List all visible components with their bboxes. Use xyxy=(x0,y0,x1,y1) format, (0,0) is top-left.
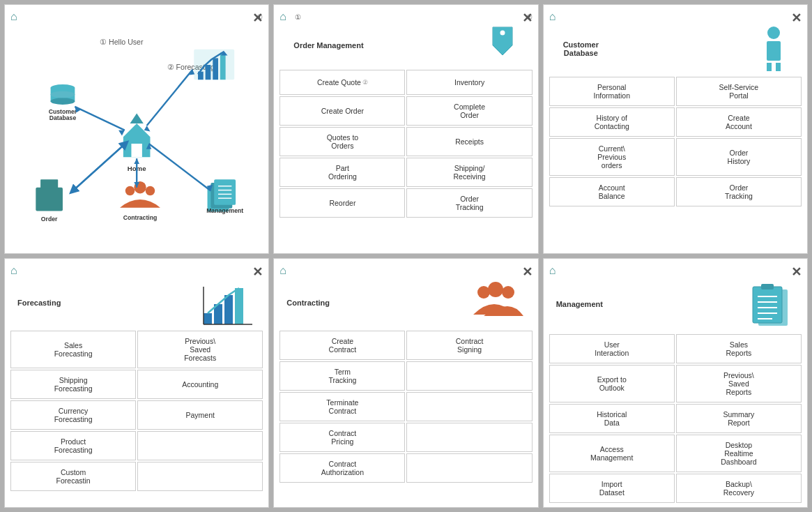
menu-order-tracking-customer[interactable]: OrderTracking xyxy=(676,177,802,206)
order-title: Order Management xyxy=(293,41,363,50)
menu-saved-reports[interactable]: Previous\SavedReports xyxy=(676,365,802,402)
nav-diagram: ① Hello User ② Forecasting Home Order Ma xyxy=(10,26,263,221)
close-icon-6[interactable]: ✕ xyxy=(791,264,802,280)
svg-rect-13 xyxy=(40,179,58,189)
menu-part-ordering[interactable]: PartOrdering xyxy=(279,158,405,187)
menu-account-balance[interactable]: AccountBalance xyxy=(549,177,675,206)
menu-history-contacting[interactable]: History ofContacting xyxy=(549,107,675,137)
svg-rect-67 xyxy=(753,287,782,323)
svg-line-39 xyxy=(149,144,211,191)
home-icon-4: ⌂ xyxy=(10,264,17,277)
contracting-menu-grid: CreateContract ContractSigning TermTrack… xyxy=(279,331,532,483)
svg-marker-9 xyxy=(130,114,144,123)
menu-contracting-empty3 xyxy=(406,423,532,452)
contracting-panel: ⌂ ✕ Contracting CreateContract ContractS… xyxy=(273,258,538,508)
menu-inventory[interactable]: Inventory xyxy=(406,70,532,95)
svg-text:Order: Order xyxy=(41,216,58,221)
menu-quotes-to-orders[interactable]: Quotes toOrders xyxy=(279,127,405,156)
menu-order-history[interactable]: OrderHistory xyxy=(676,138,802,176)
svg-point-18 xyxy=(146,186,155,196)
menu-product-forecasting[interactable]: ProductForecasting xyxy=(10,431,136,460)
menu-export-outlook[interactable]: Export toOutlook xyxy=(549,365,675,402)
contracting-people-icon xyxy=(466,280,526,325)
menu-sales-forecasting[interactable]: SalesForecasting xyxy=(10,331,136,368)
management-clipboard-icon xyxy=(746,280,795,329)
customer-title: CustomerDatabase xyxy=(563,40,599,57)
menu-order-tracking[interactable]: OrderTracking xyxy=(406,188,532,218)
svg-line-42 xyxy=(75,107,124,130)
customer-menu-grid: PersonalInformation Self-ServicePortal H… xyxy=(549,77,802,206)
menu-shipping-receiving[interactable]: Shipping/Receiving xyxy=(406,158,532,187)
order-menu-grid: Create Quote ② Inventory Create Order Co… xyxy=(279,70,532,218)
menu-contract-pricing[interactable]: ContractPricing xyxy=(279,423,405,452)
menu-summary-report[interactable]: SummaryReport xyxy=(676,404,802,433)
menu-personal-info[interactable]: PersonalInformation xyxy=(549,77,675,106)
svg-point-51 xyxy=(500,31,505,36)
home-icon-5: ⌂ xyxy=(279,264,286,277)
menu-contract-authorization[interactable]: ContractAuthorization xyxy=(279,453,405,483)
menu-historical-data[interactable]: HistoricalData xyxy=(549,404,675,433)
menu-access-management[interactable]: AccessManagement xyxy=(549,435,675,472)
management-title: Management xyxy=(556,300,603,308)
menu-terminate-contract[interactable]: TerminateContract xyxy=(279,392,405,421)
order-panel: ⌂ ① ② ✕ Order Management Create Quote ② … xyxy=(273,4,538,254)
close-icon-5[interactable]: ✕ xyxy=(522,264,533,280)
svg-rect-12 xyxy=(36,188,63,211)
menu-payment[interactable]: Payment xyxy=(137,400,263,430)
menu-custom-forecasting[interactable]: CustomForecastin xyxy=(10,462,136,491)
management-menu-grid: UserInteraction SalesReports Export toOu… xyxy=(549,334,802,503)
svg-rect-56 xyxy=(204,313,212,324)
menu-saved-forecasts[interactable]: Previous\SavedForecasts xyxy=(137,331,263,368)
menu-accounting[interactable]: Accounting xyxy=(137,370,263,399)
svg-text:Customer: Customer xyxy=(49,108,77,115)
main-grid: ⌂ ① ✕ ① Hello User ② Forecasting Ho xyxy=(0,0,812,512)
menu-shipping-forecasting[interactable]: ShippingForecasting xyxy=(10,370,136,399)
menu-user-interaction[interactable]: UserInteraction xyxy=(549,334,675,363)
svg-text:Management: Management xyxy=(206,207,243,214)
svg-point-65 xyxy=(502,286,514,299)
svg-point-16 xyxy=(125,186,135,196)
menu-create-order[interactable]: Create Order xyxy=(279,96,405,126)
svg-rect-5 xyxy=(213,58,218,80)
svg-rect-55 xyxy=(776,63,781,71)
order-badge: ① xyxy=(295,13,301,21)
menu-contracting-empty1 xyxy=(406,361,532,391)
menu-backup-recovery[interactable]: Backup\Recovery xyxy=(676,474,802,503)
menu-sales-reports[interactable]: SalesReports xyxy=(676,334,802,363)
menu-create-quote[interactable]: Create Quote ② xyxy=(279,70,405,95)
svg-text:① Hello User: ① Hello User xyxy=(100,38,144,46)
menu-complete-order[interactable]: CompleteOrder xyxy=(406,96,532,126)
svg-rect-54 xyxy=(767,63,772,71)
close-icon-3[interactable]: ✕ xyxy=(791,10,802,26)
menu-previous-orders[interactable]: Current\Previousorders xyxy=(549,138,675,176)
menu-contract-signing[interactable]: ContractSigning xyxy=(406,331,532,360)
svg-text:Database: Database xyxy=(49,114,77,121)
management-panel: ⌂ ✕ Management Us xyxy=(543,258,808,508)
close-icon-4[interactable]: ✕ xyxy=(252,264,263,280)
menu-forecasting-empty1 xyxy=(137,431,263,460)
svg-line-45 xyxy=(147,70,193,126)
menu-create-contract[interactable]: CreateContract xyxy=(279,331,405,360)
menu-reorder[interactable]: Reorder xyxy=(279,188,405,218)
menu-create-account[interactable]: CreateAccount xyxy=(676,107,802,137)
forecasting-chart-icon xyxy=(200,280,256,325)
svg-point-64 xyxy=(488,282,503,297)
tag-icon xyxy=(487,26,519,64)
home-icon-6: ⌂ xyxy=(549,264,556,277)
menu-receipts[interactable]: Receipts xyxy=(406,127,532,156)
menu-import-dataset[interactable]: ImportDataset xyxy=(549,474,675,503)
svg-line-35 xyxy=(72,144,125,191)
close-icon-2[interactable]: ✕ xyxy=(522,10,533,26)
menu-currency-forecasting[interactable]: CurrencyForecasting xyxy=(10,400,136,430)
svg-rect-10 xyxy=(131,144,141,157)
svg-marker-44 xyxy=(118,130,125,136)
svg-point-30 xyxy=(51,98,75,105)
forecasting-menu-grid: SalesForecasting Previous\SavedForecasts… xyxy=(10,331,263,491)
menu-desktop-dashboard[interactable]: DesktopRealtimeDashboard xyxy=(676,435,802,472)
close-icon-1[interactable]: ✕ xyxy=(252,10,263,26)
svg-marker-38 xyxy=(134,158,139,164)
menu-term-tracking[interactable]: TermTracking xyxy=(279,361,405,391)
home-icon-3: ⌂ xyxy=(549,10,556,23)
svg-rect-58 xyxy=(224,295,233,324)
menu-self-service[interactable]: Self-ServicePortal xyxy=(676,77,802,106)
